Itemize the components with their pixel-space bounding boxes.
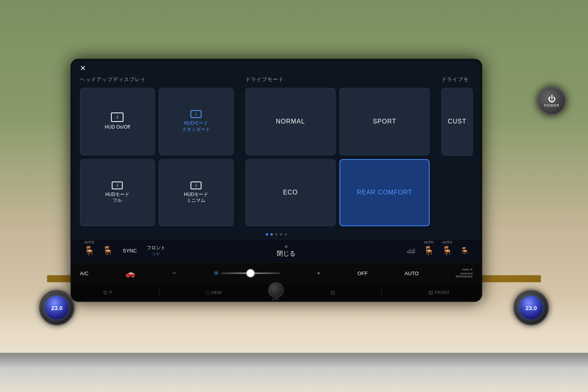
divider-1 <box>159 289 159 296</box>
ac-button[interactable]: A/C <box>80 270 89 276</box>
hud-full-label: HUDモードフル <box>105 192 129 204</box>
steering-icon[interactable]: 🏎 <box>407 246 416 256</box>
auto-label-seat-heat-right: AUTO <box>424 240 434 244</box>
power-symbol-icon: ⏻ <box>548 94 556 103</box>
rear-comfort-mode-label: REAR COMFORT <box>357 189 412 196</box>
fan-plus-btn[interactable]: + <box>317 270 320 277</box>
third-section-title: ドライブモ <box>441 76 473 83</box>
seat-heat-right-group: AUTO 🪑 <box>423 246 434 256</box>
fan-slider-group: ✳ <box>213 269 280 278</box>
ac-controls-row: A/C 🚗 − ✳ + OFF AUTO mark ≋ Levinson REF… <box>72 262 481 284</box>
front-button-group[interactable]: ⊟ FRONT <box>428 289 450 296</box>
dot-4 <box>280 233 282 236</box>
hud-section-title: ヘッドアップディスプレイ <box>80 76 234 83</box>
bottom-function-row: ⊙ P □ VIEW VOL ⊡ ⊟ FRONT <box>72 284 481 300</box>
left-knob-display: 23.0 <box>45 296 69 319</box>
dot-1 <box>266 233 268 236</box>
sport-mode-button[interactable]: SPORT <box>339 88 430 155</box>
placeholder-slot <box>441 160 473 227</box>
p-label: P <box>109 290 112 295</box>
screen-main-content: ヘッドアップディスプレイ HUD On/Off HUDモードスタンダード <box>72 76 481 230</box>
fan-auto-btn[interactable]: AUTO <box>405 270 419 276</box>
power-button[interactable]: ⏻ POWER <box>537 86 566 116</box>
hud-standard-label: HUDモードスタンダード <box>182 120 210 132</box>
hud-minimal-label: HUDモードミニマム <box>184 192 208 204</box>
drive-section-title: ドライブモード <box>245 76 430 83</box>
rear-comfort-mode-button[interactable]: REAR COMFORT <box>339 159 430 227</box>
screen-bezel: ✕ ヘッドアップディスプレイ HUD On/Off HUDモードスタンダード <box>71 59 482 302</box>
fan-off-btn[interactable]: OFF <box>358 270 368 276</box>
seat-cool-left-icon[interactable]: 🪑 <box>102 246 113 256</box>
normal-mode-button[interactable]: NORMAL <box>245 88 336 155</box>
fan-speed-slider[interactable] <box>221 272 280 274</box>
right-knob-display: 23.0 <box>519 296 543 319</box>
hud-on-off-button[interactable]: HUD On/Off <box>80 88 155 155</box>
fan-slider-thumb <box>247 269 254 277</box>
seat-cool-right-group: AUTO 🪑 <box>442 246 452 256</box>
front-rear-group: フロント リヤ <box>147 245 165 257</box>
camera-icon: ⊡ <box>330 289 335 296</box>
divider-2 <box>381 289 382 296</box>
fan-minus-btn[interactable]: − <box>172 270 176 277</box>
close-modal-label: 閉じる <box>277 250 296 258</box>
rear-label[interactable]: リヤ <box>152 251 160 257</box>
drive-mode-section: ドライブモード NORMAL SPORT ECO REAR COMFORT <box>245 76 430 226</box>
view-button-group[interactable]: □ VIEW <box>206 289 222 296</box>
hud-on-off-label: HUD On/Off <box>105 124 130 131</box>
main-screen: ✕ ヘッドアップディスプレイ HUD On/Off HUDモードスタンダード <box>72 60 481 300</box>
pagination-dots <box>72 230 481 239</box>
close-modal-x: × <box>285 243 288 250</box>
seat-heat-right-icon[interactable]: 🪑 <box>423 246 434 256</box>
dot-5 <box>285 233 287 236</box>
close-icon[interactable]: ✕ <box>80 64 86 73</box>
close-modal-button[interactable]: × 閉じる <box>277 243 296 258</box>
hud-full-button[interactable]: HUDモードフル <box>80 159 155 227</box>
left-temp-knob-container: 23.0 <box>39 290 74 325</box>
eco-mode-label: ECO <box>283 189 298 196</box>
view-icon: □ <box>206 289 209 296</box>
front-camera-icon: ⊟ <box>428 289 433 296</box>
left-temp-knob[interactable]: 23.0 <box>39 290 74 325</box>
front-label[interactable]: フロント <box>147 245 165 251</box>
vol-group: VOL <box>268 282 284 300</box>
seat-cool-right-icon[interactable]: 🪑 <box>442 246 452 256</box>
volume-knob[interactable] <box>268 282 284 298</box>
custom-mode-label: CUST <box>448 118 466 125</box>
sync-label[interactable]: SYNC <box>123 248 137 254</box>
seat-heat-left-group: AUTO 🪑 <box>84 246 94 256</box>
hud-full-icon <box>112 181 123 189</box>
hud-button-grid: HUD On/Off HUDモードスタンダード HUDモードフル <box>80 88 234 226</box>
dashboard-background: ✕ ヘッドアップディスプレイ HUD On/Off HUDモードスタンダード <box>0 0 588 392</box>
front-label: FRONT <box>435 290 450 295</box>
hud-standard-icon <box>191 110 201 118</box>
sport-mode-label: SPORT <box>373 118 396 125</box>
mark-levinson-logo: mark ≋ Levinson REFERENCE <box>456 268 473 279</box>
auto-label-seat-left: AUTO <box>84 240 94 244</box>
right-temp-knob-container: 23.0 <box>514 290 549 325</box>
custom-mode-button[interactable]: CUST <box>441 88 473 156</box>
p-icon: ⊙ <box>103 289 108 296</box>
right-temp-knob[interactable]: 23.0 <box>514 290 549 325</box>
car-airflow-icon[interactable]: 🚗 <box>125 269 135 278</box>
third-drive-section: ドライブモ CUST <box>441 76 473 226</box>
drive-button-grid: NORMAL SPORT ECO REAR COMFORT <box>245 88 430 226</box>
screen-top-bar: ✕ <box>72 60 481 76</box>
fan-icon: ✳ <box>213 269 219 278</box>
p-button-group[interactable]: ⊙ P <box>103 289 112 296</box>
right-temp-value: 23.0 <box>525 305 537 311</box>
rear-seat-heat-icon[interactable]: 🪑 <box>460 247 469 255</box>
eco-mode-button[interactable]: ECO <box>245 159 336 227</box>
seat-cool-left-group: 🪑 <box>102 246 113 256</box>
seat-heat-left-icon[interactable]: 🪑 <box>84 246 94 256</box>
left-temp-value: 23.0 <box>51 305 62 311</box>
power-button-area: ⏻ POWER <box>537 86 566 116</box>
hud-standard-button[interactable]: HUDモードスタンダード <box>159 88 234 155</box>
dashboard-bottom <box>0 353 588 392</box>
hud-display-icon <box>111 113 123 122</box>
camera-button-group[interactable]: ⊡ <box>330 289 335 296</box>
hud-minimal-button[interactable]: HUDモードミニマム <box>159 159 234 227</box>
dot-2 <box>270 233 273 236</box>
screen-bottom-bar: AUTO 🪑 🪑 SYNC フロント リヤ × 閉じる <box>72 239 481 262</box>
view-label: VIEW <box>211 290 221 295</box>
dot-3 <box>275 233 278 236</box>
